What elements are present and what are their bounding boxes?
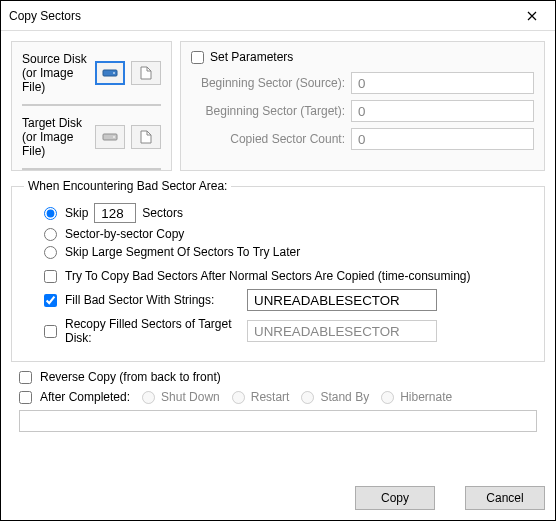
fill-value-input[interactable] bbox=[247, 289, 437, 311]
target-disk-display bbox=[22, 168, 161, 170]
after-hibernate-radio[interactable] bbox=[381, 391, 394, 404]
parameters-panel: Set Parameters Beginning Sector (Source)… bbox=[180, 41, 545, 171]
after-completed-line: After Completed: Shut Down Restart Stand… bbox=[19, 390, 545, 404]
reverse-copy-label: Reverse Copy (from back to front) bbox=[40, 370, 221, 384]
set-parameters-line: Set Parameters bbox=[191, 50, 534, 64]
disk-icon bbox=[102, 67, 118, 79]
close-button[interactable] bbox=[509, 1, 555, 31]
skip-count-input[interactable] bbox=[94, 203, 136, 223]
skip-label-a: Skip bbox=[65, 206, 88, 220]
footer-buttons: Copy Cancel bbox=[355, 486, 545, 510]
target-disk-device-button[interactable] bbox=[95, 125, 125, 149]
target-disk-file-button[interactable] bbox=[131, 125, 161, 149]
skip-large-radio[interactable] bbox=[44, 246, 57, 259]
beginning-sector-target-input[interactable] bbox=[351, 100, 534, 122]
beginning-sector-target-label: Beginning Sector (Target): bbox=[191, 104, 345, 118]
after-hibernate-label: Hibernate bbox=[400, 390, 452, 404]
set-parameters-label: Set Parameters bbox=[210, 50, 293, 64]
after-restart-label: Restart bbox=[251, 390, 290, 404]
after-shutdown-option: Shut Down bbox=[142, 390, 220, 404]
recopy-label: Recopy Filled Sectors of Target Disk: bbox=[65, 317, 241, 345]
after-shutdown-label: Shut Down bbox=[161, 390, 220, 404]
window-title: Copy Sectors bbox=[9, 9, 81, 23]
svg-point-1 bbox=[113, 72, 115, 74]
svg-point-3 bbox=[113, 136, 115, 138]
skip-sectors-radio[interactable] bbox=[44, 207, 57, 220]
cancel-button[interactable]: Cancel bbox=[465, 486, 545, 510]
recopy-checkbox[interactable] bbox=[44, 325, 57, 338]
after-restart-radio[interactable] bbox=[232, 391, 245, 404]
disk-icon bbox=[102, 131, 118, 143]
dialog-window: Copy Sectors Source Disk (or Image File) bbox=[0, 0, 556, 521]
beginning-sector-source-label: Beginning Sector (Source): bbox=[191, 76, 345, 90]
copied-sector-count-input[interactable] bbox=[351, 128, 534, 150]
after-hibernate-option: Hibernate bbox=[381, 390, 452, 404]
fill-checkbox[interactable] bbox=[44, 294, 57, 307]
reverse-copy-line: Reverse Copy (from back to front) bbox=[19, 370, 545, 384]
close-icon bbox=[527, 11, 537, 21]
recopy-line: Recopy Filled Sectors of Target Disk: bbox=[44, 317, 532, 345]
target-disk-label: Target Disk (or Image File) bbox=[22, 116, 89, 158]
copy-button[interactable]: Copy bbox=[355, 486, 435, 510]
dialog-body: Source Disk (or Image File) bbox=[1, 31, 555, 520]
disk-panel: Source Disk (or Image File) bbox=[11, 41, 172, 171]
fill-line: Fill Bad Sector With Strings: bbox=[44, 289, 532, 311]
titlebar: Copy Sectors bbox=[1, 1, 555, 31]
skip-large-option: Skip Large Segment Of Sectors To Try Lat… bbox=[44, 245, 532, 259]
reverse-copy-checkbox[interactable] bbox=[19, 371, 32, 384]
copied-sector-count-row: Copied Sector Count: bbox=[191, 128, 534, 150]
source-disk-label: Source Disk (or Image File) bbox=[22, 52, 89, 94]
fill-label: Fill Bad Sector With Strings: bbox=[65, 293, 241, 307]
sector-by-sector-radio[interactable] bbox=[44, 228, 57, 241]
file-icon bbox=[140, 66, 152, 80]
source-disk-file-button[interactable] bbox=[131, 61, 161, 85]
set-parameters-checkbox[interactable] bbox=[191, 51, 204, 64]
try-after-label: Try To Copy Bad Sectors After Normal Sec… bbox=[65, 269, 471, 283]
sector-by-sector-label: Sector-by-sector Copy bbox=[65, 227, 184, 241]
source-disk-device-button[interactable] bbox=[95, 61, 125, 85]
file-icon bbox=[140, 130, 152, 144]
skip-large-label: Skip Large Segment Of Sectors To Try Lat… bbox=[65, 245, 300, 259]
beginning-sector-target-row: Beginning Sector (Target): bbox=[191, 100, 534, 122]
skip-label-b: Sectors bbox=[142, 206, 183, 220]
copy-button-label: Copy bbox=[381, 491, 409, 505]
recopy-value-input[interactable] bbox=[247, 320, 437, 342]
source-disk-display bbox=[22, 104, 161, 106]
after-standby-option: Stand By bbox=[301, 390, 369, 404]
sector-by-sector-option: Sector-by-sector Copy bbox=[44, 227, 532, 241]
after-standby-radio[interactable] bbox=[301, 391, 314, 404]
progress-bar bbox=[19, 410, 537, 432]
after-shutdown-radio[interactable] bbox=[142, 391, 155, 404]
bad-sector-group: When Encountering Bad Sector Area: Skip … bbox=[11, 179, 545, 362]
beginning-sector-source-input[interactable] bbox=[351, 72, 534, 94]
after-completed-checkbox[interactable] bbox=[19, 391, 32, 404]
source-disk-line: Source Disk (or Image File) bbox=[22, 52, 161, 94]
copied-sector-count-label: Copied Sector Count: bbox=[191, 132, 345, 146]
bad-sector-legend: When Encountering Bad Sector Area: bbox=[24, 179, 231, 193]
after-restart-option: Restart bbox=[232, 390, 290, 404]
skip-sectors-option: Skip Sectors bbox=[44, 203, 532, 223]
after-standby-label: Stand By bbox=[320, 390, 369, 404]
beginning-sector-source-row: Beginning Sector (Source): bbox=[191, 72, 534, 94]
try-after-line: Try To Copy Bad Sectors After Normal Sec… bbox=[44, 269, 532, 283]
top-row: Source Disk (or Image File) bbox=[11, 41, 545, 171]
cancel-button-label: Cancel bbox=[486, 491, 523, 505]
after-completed-label: After Completed: bbox=[40, 390, 130, 404]
try-after-checkbox[interactable] bbox=[44, 270, 57, 283]
target-disk-line: Target Disk (or Image File) bbox=[22, 116, 161, 158]
